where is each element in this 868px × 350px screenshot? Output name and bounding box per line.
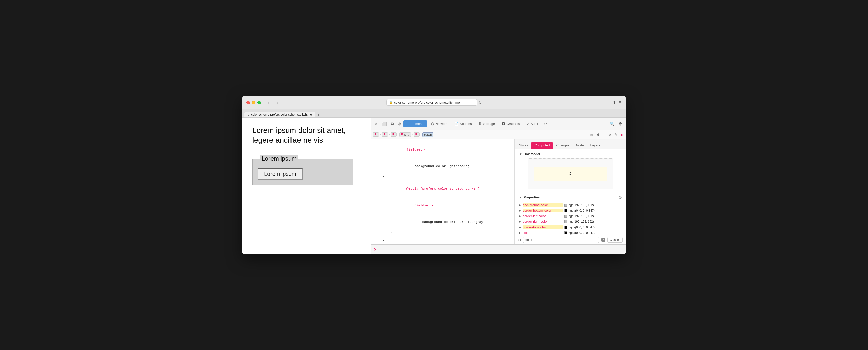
graphics-tab-label: Graphics	[506, 122, 520, 126]
properties-section: ▼ Properties ⊙ ▶ background-color rgb(19…	[515, 193, 626, 235]
prop-toggle-bbc[interactable]: ▶	[519, 209, 521, 212]
fieldset-legend: Lorem ipsum	[260, 155, 298, 162]
maximize-button[interactable]	[257, 101, 261, 104]
bc-grid-button[interactable]: ⊞	[589, 132, 594, 137]
settings-button[interactable]: ⚙	[617, 120, 624, 127]
devtools-inspect-button[interactable]: ⊕	[396, 120, 402, 127]
console-prompt-icon: >	[374, 247, 376, 252]
source-line-9: </style>	[371, 242, 515, 244]
bm-top-dash: –	[569, 163, 571, 167]
tab-network[interactable]: ⬡ Network	[428, 120, 451, 127]
tab-sources[interactable]: 📄 Sources	[452, 120, 475, 127]
prop-toggle-btc[interactable]: ▶	[519, 226, 521, 229]
new-tab-button[interactable]: ⊞	[618, 100, 622, 105]
main-area: Lorem ipsum dolor sit amet, legere ancil…	[242, 118, 626, 254]
properties-title: Properties	[524, 196, 540, 199]
sources-tab-icon: 📄	[455, 122, 459, 126]
prop-name-border-top-color: border-top-color	[523, 225, 563, 229]
bc-pencil-button[interactable]: ✎	[614, 132, 619, 137]
bc-color-button[interactable]: ■	[620, 132, 624, 137]
breadcrumb-item-2[interactable]: E	[382, 132, 388, 137]
bm-outer: – – – 2	[528, 158, 613, 189]
reload-button[interactable]: ↻	[479, 100, 482, 105]
prop-swatch-background-color[interactable]	[564, 204, 567, 207]
bm-bottom-row: –	[534, 181, 607, 184]
minimize-button[interactable]	[252, 101, 255, 104]
title-bar: ‹ › 🔒 color-scheme-prefers-color-scheme.…	[242, 96, 626, 109]
bc-grid2-button[interactable]: ⊠	[608, 132, 613, 137]
prop-swatch-color[interactable]	[564, 231, 567, 234]
back-button[interactable]: ‹	[265, 99, 272, 106]
url-bar[interactable]: 🔒 color-scheme-prefers-color-scheme.glit…	[386, 99, 477, 106]
url-text: color-scheme-prefers-color-scheme.glitch…	[394, 100, 460, 104]
bc-layout-button[interactable]: ⊟	[601, 132, 607, 137]
filter-row: ⊙ ✕ Classes	[515, 235, 626, 244]
right-actions: ⬆ ⊞	[613, 100, 622, 105]
breadcrumb-item-6[interactable]: button	[423, 132, 434, 137]
prop-toggle-blc[interactable]: ▶	[519, 215, 521, 217]
element-icon-2: E	[383, 133, 385, 136]
breadcrumb-arrow-4: ›	[412, 133, 412, 136]
breadcrumb-item-1[interactable]: E	[373, 132, 379, 137]
search-button[interactable]: 🔍	[608, 120, 616, 127]
console-input[interactable]	[378, 248, 421, 252]
breadcrumb-item-3[interactable]: E	[391, 132, 397, 137]
prop-swatch-border-top-color[interactable]	[564, 226, 567, 229]
filter-clear-button[interactable]: ✕	[601, 238, 605, 242]
close-button[interactable]	[246, 101, 250, 104]
more-tabs-button[interactable]: >>	[542, 121, 549, 127]
box-model-toggle[interactable]: ▼	[519, 152, 522, 156]
breadcrumb-item-5[interactable]: E	[413, 132, 420, 137]
tab-label: color-scheme-prefers-color-scheme.glitch…	[251, 113, 312, 116]
tab-styles[interactable]: Styles	[516, 142, 531, 149]
property-row-background-color: ▶ background-color rgb(192, 192, 192)	[519, 202, 622, 208]
prop-value-background-color: rgb(192, 192, 192)	[569, 203, 594, 207]
page-content: Lorem ipsum dolor sit amet, legere ancil…	[242, 118, 371, 254]
devtools-undock-button[interactable]: ⧉	[389, 121, 395, 127]
breadcrumb-arrow-2: ›	[389, 133, 390, 136]
source-line-6: background-color: darkslategray;	[371, 214, 515, 231]
tab-storage[interactable]: 🗄 Storage	[476, 120, 498, 127]
tab-graphics[interactable]: 🖼 Graphics	[499, 120, 523, 127]
bm-bottom-dash: –	[569, 181, 571, 184]
element-icon-3: E	[392, 133, 394, 136]
bc-print-button[interactable]: 🖨	[595, 132, 600, 137]
tab-audit[interactable]: ✔ Audit	[524, 120, 541, 127]
tab-elements[interactable]: ⊞ Elements	[403, 120, 427, 127]
source-line-4: @media (prefers-color-scheme: dark) {	[371, 180, 515, 197]
prop-toggle-bg[interactable]: ▶	[519, 204, 521, 206]
prop-swatch-border-right-color[interactable]	[564, 220, 567, 223]
breadcrumb-tools: ⊞ 🖨 ⊟ ⊠ ✎ ■	[589, 132, 624, 137]
new-tab-plus-button[interactable]: +	[317, 113, 320, 117]
tab-computed[interactable]: Computed	[531, 142, 553, 149]
breadcrumb-item-4[interactable]: E fie...	[399, 132, 410, 137]
browser-tab[interactable]: C color-scheme-prefers-color-scheme.glit…	[244, 112, 315, 117]
source-line-2: background-color: gainsboro;	[371, 158, 515, 175]
breadcrumb-arrow-1: ›	[380, 133, 381, 136]
prop-value-color: rgba(0, 0, 0, 0.847)	[569, 231, 595, 235]
properties-info-icon[interactable]: ⊙	[618, 195, 622, 200]
prop-toggle-brc[interactable]: ▶	[519, 220, 521, 223]
tab-node[interactable]: Node	[573, 142, 587, 149]
prop-swatch-border-bottom-color[interactable]	[564, 209, 567, 212]
classes-button[interactable]: Classes	[607, 237, 623, 243]
share-button[interactable]: ⬆	[613, 100, 616, 105]
prop-toggle-color[interactable]: ▶	[519, 231, 521, 234]
prop-value-border-left-color: rgb(192, 192, 192)	[569, 214, 594, 218]
devtools-dock-button[interactable]: ⬜	[380, 120, 388, 127]
fieldset-demo: Lorem ipsum Lorem ipsum	[252, 155, 353, 185]
filter-input[interactable]	[523, 237, 599, 243]
tab-layers[interactable]: Layers	[587, 142, 603, 149]
source-panel[interactable]: fieldset { background-color: gainsboro; …	[371, 139, 515, 244]
demo-button[interactable]: Lorem ipsum	[258, 168, 303, 180]
url-bar-row: 🔒 color-scheme-prefers-color-scheme.glit…	[386, 99, 482, 106]
node-tab-label: Node	[576, 143, 584, 147]
forward-button[interactable]: ›	[274, 99, 281, 106]
browser-window: ‹ › 🔒 color-scheme-prefers-color-scheme.…	[242, 96, 626, 254]
prop-swatch-border-left-color[interactable]	[564, 215, 567, 218]
properties-toggle[interactable]: ▼	[519, 196, 522, 199]
devtools-close-button[interactable]: ✕	[373, 120, 379, 127]
tab-changes[interactable]: Changes	[553, 142, 572, 149]
tab-favicon: C	[248, 113, 250, 116]
prop-name-background-color: background-color	[523, 203, 563, 207]
